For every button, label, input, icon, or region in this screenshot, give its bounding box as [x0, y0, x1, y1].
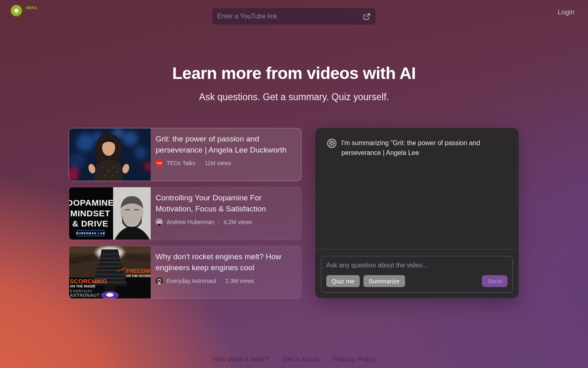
page-subtitle: Ask questions. Get a summary. Quiz yours… — [0, 92, 588, 103]
footer-separator: · — [274, 356, 276, 363]
summarize-button[interactable]: Summarize — [363, 275, 405, 287]
svg-text:DOPAMINE: DOPAMINE — [69, 198, 114, 207]
svg-text:FREEZING: FREEZING — [126, 268, 151, 274]
chat-buttons-row: Quiz me Summarize Send — [326, 275, 508, 287]
chat-input-box[interactable]: Quiz me Summarize Send — [321, 256, 513, 293]
footer-separator: · — [325, 356, 327, 363]
view-count: 11M views — [205, 160, 231, 166]
video-meta: Andrew Huberman · 4.2M views — [156, 218, 294, 226]
video-meta: Everyday Astronaut · 2.3M views — [156, 277, 294, 285]
page: alpha Login Learn more from videos with … — [0, 0, 588, 368]
chat-input-area: Quiz me Summarize Send — [315, 249, 519, 298]
view-count: 2.3M views — [225, 278, 254, 284]
page-title: Learn more from videos with AI — [0, 64, 588, 83]
video-card-dopamine[interactable]: DOPAMINE MINDSET & DRIVE HUBERMAN LAB Co… — [69, 187, 301, 240]
video-thumbnail-dopamine: DOPAMINE MINDSET & DRIVE HUBERMAN LAB — [69, 187, 151, 240]
svg-text:ASTRONAUT: ASTRONAUT — [70, 293, 100, 298]
video-thumbnail-rocket: SCORCHING ON THE INSIDE FREEZING ON THE … — [69, 246, 151, 298]
channel-name: Andrew Huberman — [167, 219, 214, 225]
meta-separator: · — [220, 278, 222, 284]
send-button[interactable]: Send — [482, 275, 508, 287]
video-list: Grit: the power of passion and persevera… — [69, 128, 301, 299]
channel-name: Everyday Astronaut — [167, 278, 216, 284]
svg-text:SCORCHING: SCORCHING — [70, 278, 107, 285]
channel-name: TEDx Talks — [167, 160, 196, 166]
svg-text:MINDSET: MINDSET — [70, 209, 110, 218]
external-link-icon — [363, 13, 370, 20]
huberman-channel-avatar — [156, 218, 163, 226]
alpha-badge: alpha — [26, 5, 37, 10]
video-card-body: Controlling Your Dopamine For Motivation… — [151, 187, 301, 240]
video-title: Controlling Your Dopamine For Motivation… — [156, 193, 294, 215]
assistant-message: I'm summarizing "Grit: the power of pass… — [341, 138, 496, 158]
hero: Learn more from videos with AI Ask quest… — [0, 64, 588, 103]
brain-icon — [327, 138, 337, 150]
how-does-it-work-link[interactable]: How does it work? — [212, 355, 269, 363]
video-card-rocket[interactable]: SCORCHING ON THE INSIDE FREEZING ON THE … — [69, 246, 301, 299]
youtube-link-input[interactable] — [212, 8, 363, 25]
video-title: Why don't rocket engines melt? How engin… — [156, 251, 294, 274]
video-card-grit[interactable]: Grit: the power of passion and persevera… — [69, 128, 301, 181]
video-card-body: Grit: the power of passion and persevera… — [151, 128, 301, 181]
svg-text:& DRIVE: & DRIVE — [72, 219, 109, 229]
privacy-policy-link[interactable]: Privacy Policy — [333, 355, 376, 363]
meta-separator: · — [199, 160, 201, 166]
everyday-astronaut-channel-avatar — [156, 277, 163, 285]
kiwi-logo-icon — [10, 4, 23, 19]
meta-separator: · — [218, 219, 220, 225]
youtube-link-bar[interactable] — [212, 8, 376, 25]
video-card-body: Why don't rocket engines melt? How engin… — [151, 246, 301, 298]
quiz-me-button[interactable]: Quiz me — [326, 275, 360, 287]
footer: How does it work?·Get in touch·Privacy P… — [0, 355, 588, 364]
login-link[interactable]: Login — [557, 8, 575, 16]
chat-panel: I'm summarizing "Grit: the power of pass… — [315, 128, 519, 298]
video-meta: TED TEDx Talks · 11M views — [156, 159, 294, 167]
tedx-channel-avatar: TED — [156, 159, 163, 167]
video-title: Grit: the power of passion and persevera… — [156, 134, 294, 156]
view-count: 4.2M views — [223, 219, 252, 225]
video-thumbnail-grit — [69, 128, 151, 181]
brand[interactable]: alpha — [10, 4, 37, 19]
get-in-touch-link[interactable]: Get in touch — [282, 355, 320, 363]
header: alpha Login — [0, 0, 588, 25]
svg-text:ON THE INSIDE: ON THE INSIDE — [70, 284, 96, 288]
chat-messages: I'm summarizing "Grit: the power of pass… — [315, 128, 519, 249]
svg-text:HUBERMAN LAB: HUBERMAN LAB — [76, 232, 105, 235]
chat-question-input[interactable] — [326, 262, 508, 269]
svg-text:ON THE OUTSIDE: ON THE OUTSIDE — [126, 274, 151, 278]
main-content: Grit: the power of passion and persevera… — [69, 128, 519, 299]
